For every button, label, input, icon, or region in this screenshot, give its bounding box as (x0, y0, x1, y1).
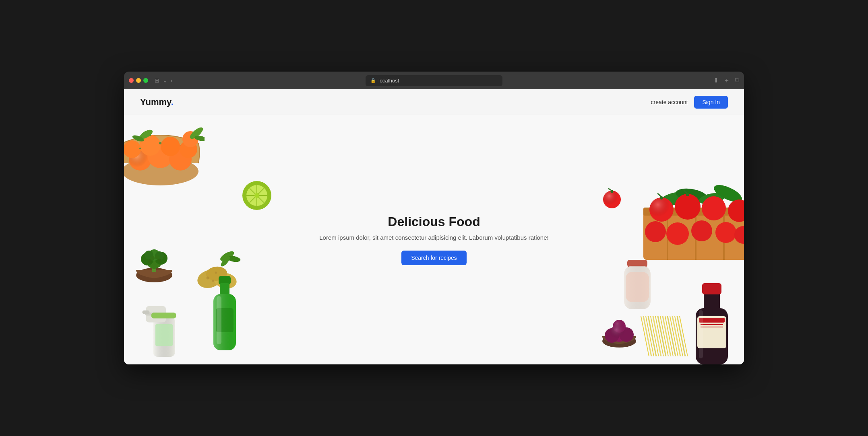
svg-point-89 (602, 335, 636, 348)
red-onions-bowl (599, 308, 639, 348)
svg-line-97 (648, 316, 656, 356)
svg-point-0 (124, 157, 198, 185)
browser-titlebar: ⊞ ⌄ ‹ 🔒 localhost ⬆ ＋ ⧉ (124, 72, 744, 89)
svg-point-68 (698, 191, 725, 206)
svg-rect-61 (643, 208, 744, 260)
potatoes (188, 248, 245, 296)
svg-rect-58 (213, 294, 236, 350)
back-icon[interactable]: ‹ (171, 77, 173, 84)
svg-line-22 (250, 188, 264, 203)
svg-rect-119 (701, 327, 723, 327)
browser-window: ⊞ ⌄ ‹ 🔒 localhost ⬆ ＋ ⧉ Yummy. create ac… (124, 72, 744, 364)
svg-line-102 (672, 316, 680, 356)
svg-point-91 (605, 328, 619, 343)
chevron-down-icon[interactable]: ⌄ (163, 77, 167, 84)
svg-line-23 (250, 188, 264, 203)
hero-subtitle: Lorem ipsum dolor, sit amet consectetur … (319, 234, 548, 241)
svg-line-110 (670, 316, 678, 356)
svg-line-112 (680, 316, 688, 356)
svg-line-103 (677, 316, 685, 356)
svg-line-100 (663, 316, 671, 356)
svg-rect-86 (624, 266, 651, 309)
sidebar-toggle-icon[interactable]: ⊞ (155, 77, 159, 84)
sign-in-button[interactable]: Sign In (694, 96, 728, 109)
share-icon[interactable]: ⬆ (713, 76, 719, 85)
svg-point-7 (124, 140, 141, 158)
svg-point-84 (611, 190, 614, 193)
svg-rect-120 (699, 310, 703, 358)
svg-point-11 (139, 148, 141, 149)
search-recipes-button[interactable]: Search for recipes (401, 251, 467, 265)
svg-point-93 (613, 320, 626, 333)
hero-title: Delicious Food (319, 214, 548, 229)
svg-point-28 (141, 253, 154, 265)
svg-point-75 (660, 196, 663, 199)
broccoli-bowl (132, 240, 176, 284)
svg-point-83 (603, 191, 621, 208)
new-tab-icon[interactable]: ＋ (723, 76, 730, 85)
svg-line-99 (658, 316, 666, 356)
svg-rect-50 (146, 306, 166, 323)
svg-point-14 (182, 131, 198, 147)
maximize-button[interactable] (143, 78, 148, 83)
svg-rect-55 (219, 276, 231, 285)
svg-rect-54 (151, 313, 176, 318)
svg-rect-56 (220, 283, 229, 295)
svg-point-92 (619, 327, 634, 342)
svg-point-46 (228, 282, 230, 284)
address-bar[interactable]: 🔒 localhost (366, 75, 502, 86)
svg-point-72 (675, 194, 701, 220)
svg-line-96 (643, 316, 651, 356)
svg-line-104 (641, 316, 649, 356)
tomatoes-crate (639, 135, 744, 264)
svg-line-109 (665, 316, 673, 356)
svg-point-30 (149, 249, 160, 261)
svg-point-15 (188, 125, 205, 141)
svg-point-45 (222, 278, 225, 280)
minimize-button[interactable] (136, 78, 141, 83)
svg-rect-57 (213, 294, 236, 350)
svg-point-1 (129, 148, 151, 171)
svg-point-71 (649, 197, 674, 222)
svg-point-32 (155, 251, 164, 260)
svg-point-66 (656, 189, 687, 210)
svg-point-33 (150, 256, 155, 261)
svg-point-10 (149, 134, 151, 136)
svg-line-98 (653, 316, 661, 356)
svg-point-43 (207, 276, 209, 279)
svg-rect-49 (153, 317, 175, 357)
lock-icon: 🔒 (370, 78, 376, 83)
svg-point-77 (645, 221, 666, 242)
svg-point-4 (169, 148, 192, 171)
tabs-icon[interactable]: ⧉ (735, 76, 739, 85)
svg-point-39 (219, 255, 231, 268)
svg-point-19 (246, 185, 267, 206)
single-tomato (601, 187, 623, 210)
svg-line-101 (668, 316, 676, 356)
svg-point-35 (148, 259, 152, 263)
svg-point-69 (711, 181, 744, 205)
close-button[interactable] (129, 78, 134, 83)
create-account-link[interactable]: create account (651, 99, 688, 105)
svg-point-38 (226, 255, 241, 263)
browser-actions: ⬆ ＋ ⧉ (713, 76, 739, 85)
hero-text-container: Delicious Food Lorem ipsum dolor, sit am… (319, 214, 548, 265)
lime (241, 179, 273, 212)
svg-rect-26 (152, 262, 156, 272)
logo: Yummy. (140, 97, 174, 107)
svg-point-95 (613, 320, 626, 333)
pasta-spaghetti (639, 316, 688, 356)
navbar: Yummy. create account Sign In (124, 89, 744, 115)
logo-text: Yummy (140, 97, 171, 107)
svg-rect-59 (216, 308, 234, 332)
svg-point-90 (610, 324, 628, 342)
svg-point-16 (194, 135, 205, 142)
svg-point-94 (610, 324, 628, 342)
svg-point-81 (734, 226, 744, 244)
svg-line-107 (655, 316, 663, 356)
svg-line-105 (646, 316, 654, 356)
svg-rect-115 (702, 283, 721, 294)
svg-point-44 (212, 280, 214, 282)
svg-rect-62 (643, 208, 744, 216)
browser-controls: ⊞ ⌄ ‹ (155, 77, 173, 84)
